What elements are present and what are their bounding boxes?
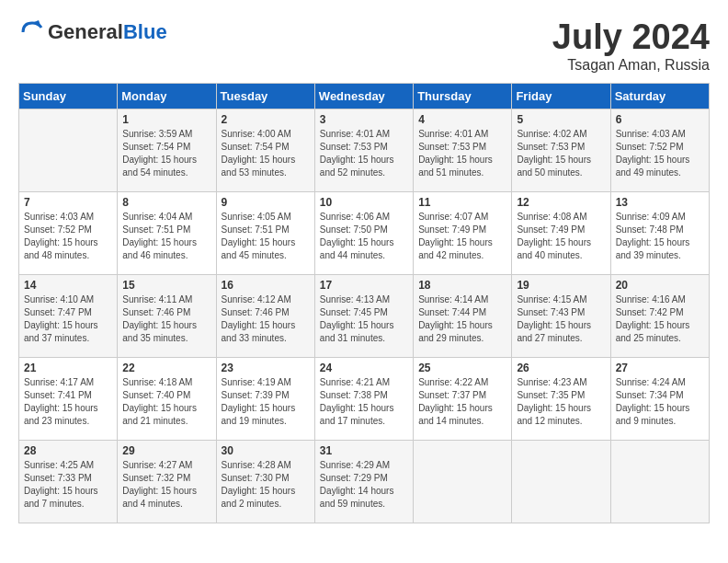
calendar-cell [19,109,118,191]
day-info: Sunrise: 4:23 AMSunset: 7:35 PMDaylight:… [517,376,605,428]
day-info: Sunrise: 4:11 AMSunset: 7:46 PMDaylight:… [122,293,210,345]
calendar-week-row: 21Sunrise: 4:17 AMSunset: 7:41 PMDayligh… [19,357,710,440]
day-number: 9 [222,196,310,209]
day-info: Sunrise: 4:16 AMSunset: 7:42 PMDaylight:… [616,293,704,345]
day-info: Sunrise: 4:22 AMSunset: 7:37 PMDaylight:… [418,376,506,428]
day-info: Sunrise: 4:00 AMSunset: 7:54 PMDaylight:… [222,128,310,179]
day-info: Sunrise: 4:01 AMSunset: 7:53 PMDaylight:… [418,128,506,179]
logo-text: GeneralBlue [48,20,167,44]
calendar-cell: 8Sunrise: 4:04 AMSunset: 7:51 PMDaylight… [118,191,216,274]
day-number: 21 [24,362,112,374]
day-info: Sunrise: 4:29 AMSunset: 7:29 PMDaylight:… [320,459,408,511]
day-of-week-header: Sunday [19,83,118,109]
calendar-cell: 24Sunrise: 4:21 AMSunset: 7:38 PMDayligh… [314,357,413,440]
day-number: 15 [122,279,210,292]
day-number: 6 [616,113,704,126]
day-number: 17 [320,279,408,292]
day-info: Sunrise: 3:59 AMSunset: 7:54 PMDaylight:… [122,128,210,179]
calendar-cell: 9Sunrise: 4:05 AMSunset: 7:51 PMDaylight… [216,191,314,274]
logo: GeneralBlue [18,18,167,46]
day-info: Sunrise: 4:08 AMSunset: 7:49 PMDaylight:… [517,211,605,262]
calendar-table: SundayMondayTuesdayWednesdayThursdayFrid… [18,83,710,523]
day-number: 26 [517,362,605,374]
calendar-cell: 25Sunrise: 4:22 AMSunset: 7:37 PMDayligh… [414,357,512,440]
calendar-cell [414,440,512,523]
day-info: Sunrise: 4:10 AMSunset: 7:47 PMDaylight:… [24,293,112,345]
day-number: 11 [418,196,506,209]
calendar-cell: 6Sunrise: 4:03 AMSunset: 7:52 PMDaylight… [610,109,709,191]
day-number: 27 [616,362,704,374]
day-number: 10 [320,196,408,209]
calendar-header-row: SundayMondayTuesdayWednesdayThursdayFrid… [19,83,710,109]
day-number: 18 [418,279,506,292]
day-of-week-header: Saturday [610,83,709,109]
calendar-cell: 20Sunrise: 4:16 AMSunset: 7:42 PMDayligh… [610,274,709,357]
calendar-cell: 30Sunrise: 4:28 AMSunset: 7:30 PMDayligh… [216,440,314,523]
day-info: Sunrise: 4:24 AMSunset: 7:34 PMDaylight:… [616,376,704,428]
calendar-cell: 3Sunrise: 4:01 AMSunset: 7:53 PMDaylight… [314,109,413,191]
day-number: 31 [320,444,408,457]
calendar-cell: 18Sunrise: 4:14 AMSunset: 7:44 PMDayligh… [414,274,512,357]
calendar-cell: 1Sunrise: 3:59 AMSunset: 7:54 PMDaylight… [118,109,216,191]
day-of-week-header: Thursday [414,83,512,109]
location-label: Tsagan Aman, Russia [552,57,710,74]
calendar-cell: 12Sunrise: 4:08 AMSunset: 7:49 PMDayligh… [512,191,610,274]
month-year-title: July 2024 [552,18,710,57]
day-info: Sunrise: 4:03 AMSunset: 7:52 PMDaylight:… [616,128,704,179]
day-number: 25 [418,362,506,374]
day-info: Sunrise: 4:12 AMSunset: 7:46 PMDaylight:… [222,293,310,345]
calendar-week-row: 14Sunrise: 4:10 AMSunset: 7:47 PMDayligh… [19,274,710,357]
day-of-week-header: Wednesday [314,83,413,109]
day-number: 7 [24,196,112,209]
calendar-cell: 11Sunrise: 4:07 AMSunset: 7:49 PMDayligh… [414,191,512,274]
calendar-cell: 31Sunrise: 4:29 AMSunset: 7:29 PMDayligh… [314,440,413,523]
day-number: 30 [222,444,310,457]
day-number: 4 [418,113,506,126]
calendar-week-row: 1Sunrise: 3:59 AMSunset: 7:54 PMDaylight… [19,109,710,191]
day-info: Sunrise: 4:01 AMSunset: 7:53 PMDaylight:… [320,128,408,179]
calendar-cell: 14Sunrise: 4:10 AMSunset: 7:47 PMDayligh… [19,274,118,357]
day-number: 19 [517,279,605,292]
calendar-cell: 22Sunrise: 4:18 AMSunset: 7:40 PMDayligh… [118,357,216,440]
day-number: 8 [122,196,210,209]
day-number: 3 [320,113,408,126]
day-info: Sunrise: 4:03 AMSunset: 7:52 PMDaylight:… [24,211,112,262]
day-number: 13 [616,196,704,209]
day-info: Sunrise: 4:25 AMSunset: 7:33 PMDaylight:… [24,459,112,511]
calendar-cell [610,440,709,523]
day-info: Sunrise: 4:04 AMSunset: 7:51 PMDaylight:… [122,211,210,262]
day-info: Sunrise: 4:02 AMSunset: 7:53 PMDaylight:… [517,128,605,179]
day-info: Sunrise: 4:28 AMSunset: 7:30 PMDaylight:… [222,459,310,511]
day-number: 1 [122,113,210,126]
calendar-week-row: 28Sunrise: 4:25 AMSunset: 7:33 PMDayligh… [19,440,710,523]
day-info: Sunrise: 4:07 AMSunset: 7:49 PMDaylight:… [418,211,506,262]
day-number: 2 [222,113,310,126]
logo-icon [18,18,46,46]
day-of-week-header: Tuesday [216,83,314,109]
calendar-cell: 5Sunrise: 4:02 AMSunset: 7:53 PMDaylight… [512,109,610,191]
day-number: 22 [122,362,210,374]
day-info: Sunrise: 4:09 AMSunset: 7:48 PMDaylight:… [616,211,704,262]
day-info: Sunrise: 4:27 AMSunset: 7:32 PMDaylight:… [122,459,210,511]
day-number: 14 [24,279,112,292]
day-info: Sunrise: 4:05 AMSunset: 7:51 PMDaylight:… [222,211,310,262]
day-info: Sunrise: 4:17 AMSunset: 7:41 PMDaylight:… [24,376,112,428]
day-number: 24 [320,362,408,374]
title-area: July 2024 Tsagan Aman, Russia [552,18,710,74]
calendar-cell [512,440,610,523]
calendar-cell: 27Sunrise: 4:24 AMSunset: 7:34 PMDayligh… [610,357,709,440]
calendar-cell: 26Sunrise: 4:23 AMSunset: 7:35 PMDayligh… [512,357,610,440]
calendar-cell: 23Sunrise: 4:19 AMSunset: 7:39 PMDayligh… [216,357,314,440]
page-header: GeneralBlue July 2024 Tsagan Aman, Russi… [18,18,710,74]
day-info: Sunrise: 4:18 AMSunset: 7:40 PMDaylight:… [122,376,210,428]
calendar-cell: 17Sunrise: 4:13 AMSunset: 7:45 PMDayligh… [314,274,413,357]
day-of-week-header: Monday [118,83,216,109]
calendar-cell: 4Sunrise: 4:01 AMSunset: 7:53 PMDaylight… [414,109,512,191]
calendar-cell: 15Sunrise: 4:11 AMSunset: 7:46 PMDayligh… [118,274,216,357]
day-info: Sunrise: 4:21 AMSunset: 7:38 PMDaylight:… [320,376,408,428]
day-info: Sunrise: 4:14 AMSunset: 7:44 PMDaylight:… [418,293,506,345]
calendar-week-row: 7Sunrise: 4:03 AMSunset: 7:52 PMDaylight… [19,191,710,274]
calendar-cell: 13Sunrise: 4:09 AMSunset: 7:48 PMDayligh… [610,191,709,274]
day-info: Sunrise: 4:15 AMSunset: 7:43 PMDaylight:… [517,293,605,345]
day-of-week-header: Friday [512,83,610,109]
